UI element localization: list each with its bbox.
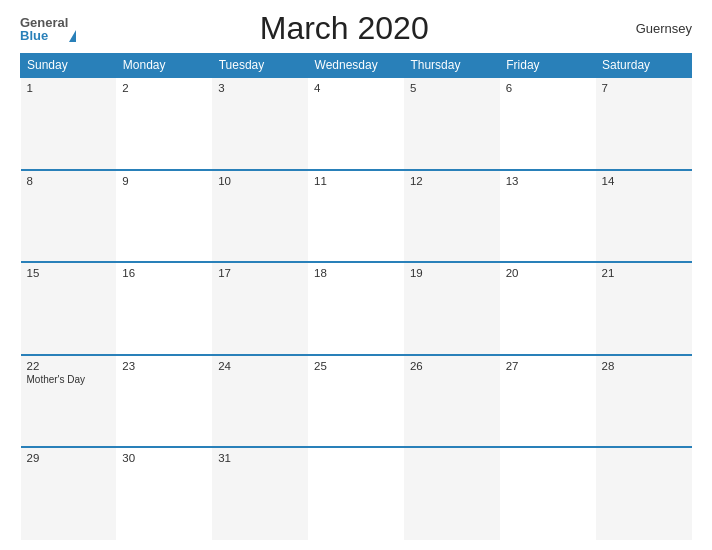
day-number: 19 xyxy=(410,267,494,279)
day-number: 29 xyxy=(27,452,111,464)
day-number: 25 xyxy=(314,360,398,372)
calendar-day-cell xyxy=(308,447,404,540)
day-number: 27 xyxy=(506,360,590,372)
day-number: 22 xyxy=(27,360,111,372)
calendar-week-row: 891011121314 xyxy=(21,170,692,263)
calendar-day-cell: 25 xyxy=(308,355,404,448)
day-number: 13 xyxy=(506,175,590,187)
day-number: 18 xyxy=(314,267,398,279)
day-number: 5 xyxy=(410,82,494,94)
weekday-header: Sunday xyxy=(21,54,117,78)
weekday-header: Tuesday xyxy=(212,54,308,78)
calendar-day-cell: 17 xyxy=(212,262,308,355)
calendar-day-cell: 9 xyxy=(116,170,212,263)
page-header: General Blue March 2020 Guernsey xyxy=(20,10,692,47)
calendar-day-cell: 14 xyxy=(596,170,692,263)
calendar-day-cell: 15 xyxy=(21,262,117,355)
calendar-week-row: 1234567 xyxy=(21,77,692,170)
day-number: 30 xyxy=(122,452,206,464)
day-number: 21 xyxy=(602,267,686,279)
calendar-day-cell: 16 xyxy=(116,262,212,355)
day-number: 9 xyxy=(122,175,206,187)
weekday-header: Thursday xyxy=(404,54,500,78)
calendar-day-cell: 20 xyxy=(500,262,596,355)
calendar-day-cell: 28 xyxy=(596,355,692,448)
calendar-day-cell: 30 xyxy=(116,447,212,540)
event-label: Mother's Day xyxy=(27,374,111,385)
day-number: 23 xyxy=(122,360,206,372)
calendar-day-cell: 3 xyxy=(212,77,308,170)
day-number: 26 xyxy=(410,360,494,372)
day-number: 1 xyxy=(27,82,111,94)
day-number: 3 xyxy=(218,82,302,94)
day-number: 4 xyxy=(314,82,398,94)
day-number: 20 xyxy=(506,267,590,279)
weekday-header: Monday xyxy=(116,54,212,78)
weekday-header: Wednesday xyxy=(308,54,404,78)
day-number: 2 xyxy=(122,82,206,94)
calendar-day-cell: 26 xyxy=(404,355,500,448)
calendar-day-cell xyxy=(404,447,500,540)
calendar-day-cell: 7 xyxy=(596,77,692,170)
day-number: 12 xyxy=(410,175,494,187)
weekday-header-row: SundayMondayTuesdayWednesdayThursdayFrid… xyxy=(21,54,692,78)
calendar-day-cell: 21 xyxy=(596,262,692,355)
calendar-day-cell: 19 xyxy=(404,262,500,355)
calendar-day-cell: 5 xyxy=(404,77,500,170)
day-number: 15 xyxy=(27,267,111,279)
logo-triangle-icon xyxy=(69,30,76,42)
calendar-day-cell: 10 xyxy=(212,170,308,263)
calendar-title: March 2020 xyxy=(260,10,429,47)
calendar-week-row: 293031 xyxy=(21,447,692,540)
day-number: 6 xyxy=(506,82,590,94)
calendar-day-cell: 11 xyxy=(308,170,404,263)
day-number: 14 xyxy=(602,175,686,187)
logo-blue-text: Blue xyxy=(20,29,48,42)
day-number: 16 xyxy=(122,267,206,279)
calendar-day-cell: 12 xyxy=(404,170,500,263)
calendar-day-cell: 8 xyxy=(21,170,117,263)
calendar-day-cell: 6 xyxy=(500,77,596,170)
day-number: 17 xyxy=(218,267,302,279)
day-number: 11 xyxy=(314,175,398,187)
calendar-day-cell xyxy=(500,447,596,540)
calendar-day-cell: 2 xyxy=(116,77,212,170)
calendar-day-cell: 4 xyxy=(308,77,404,170)
day-number: 7 xyxy=(602,82,686,94)
calendar-day-cell: 24 xyxy=(212,355,308,448)
calendar-day-cell: 1 xyxy=(21,77,117,170)
day-number: 28 xyxy=(602,360,686,372)
calendar-day-cell: 29 xyxy=(21,447,117,540)
weekday-header: Friday xyxy=(500,54,596,78)
logo-general-text: General xyxy=(20,16,68,29)
day-number: 31 xyxy=(218,452,302,464)
calendar-day-cell xyxy=(596,447,692,540)
day-number: 10 xyxy=(218,175,302,187)
calendar-day-cell: 13 xyxy=(500,170,596,263)
calendar-table: SundayMondayTuesdayWednesdayThursdayFrid… xyxy=(20,53,692,540)
day-number: 8 xyxy=(27,175,111,187)
calendar-day-cell: 27 xyxy=(500,355,596,448)
weekday-header: Saturday xyxy=(596,54,692,78)
calendar-day-cell: 18 xyxy=(308,262,404,355)
calendar-day-cell: 31 xyxy=(212,447,308,540)
calendar-day-cell: 22Mother's Day xyxy=(21,355,117,448)
calendar-week-row: 15161718192021 xyxy=(21,262,692,355)
calendar-day-cell: 23 xyxy=(116,355,212,448)
logo: General Blue xyxy=(20,16,76,42)
calendar-week-row: 22Mother's Day232425262728 xyxy=(21,355,692,448)
day-number: 24 xyxy=(218,360,302,372)
region-label: Guernsey xyxy=(612,21,692,36)
